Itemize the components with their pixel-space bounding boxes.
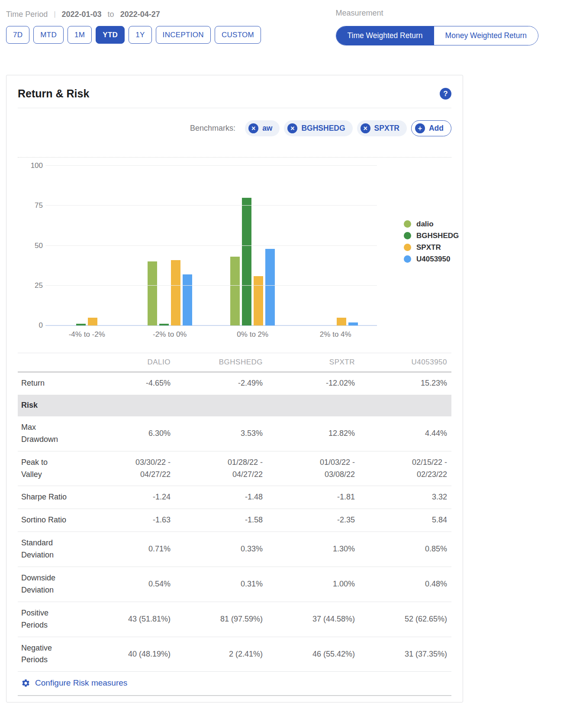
cell-value: 31 (37.35%) [359, 648, 451, 660]
legend-item-bghshedg[interactable]: BGHSHEDG [404, 232, 451, 240]
gridline-100 [45, 165, 377, 166]
legend-label-bghshedg: BGHSHEDG [416, 232, 459, 240]
add-benchmark-button[interactable]: + Add [411, 120, 451, 136]
period-button-1m[interactable]: 1M [68, 26, 92, 44]
toggle-time-weighted-return[interactable]: Time Weighted Return [336, 26, 434, 45]
help-icon[interactable]: ? [440, 88, 451, 100]
legend-item-u4053950[interactable]: U4053950 [404, 255, 451, 264]
cell-value: -1.58 [175, 514, 267, 526]
top-bar: Time Period | 2022-01-03 to 2022-04-27 7… [0, 0, 586, 45]
cell-value: -12.02% [267, 377, 359, 390]
period-button-ytd[interactable]: YTD [96, 26, 125, 44]
add-benchmark-label: Add [429, 124, 444, 133]
cell-value: 6.30% [83, 428, 175, 440]
bar-u4053950-3[interactable] [348, 322, 358, 325]
end-date: 2022-04-27 [120, 10, 160, 19]
cell-value: 81 (97.59%) [175, 613, 267, 625]
bar-bghshedg-2[interactable] [242, 198, 251, 325]
row-label: Return [18, 377, 83, 390]
configure-risk-row: Configure Risk measures [18, 671, 451, 696]
bar-group-2 [211, 198, 294, 325]
row-label: Positive Periods [18, 607, 83, 631]
panel-title: Return & Risk [18, 87, 89, 100]
cell-value: -1.24 [83, 491, 175, 503]
cell-value: 12.82% [267, 428, 359, 440]
bar-u4053950-2[interactable] [265, 249, 275, 325]
bar-bghshedg-1[interactable] [159, 324, 169, 325]
x-axis-labels: -4% to -2%-2% to 0%0% to 2%2% to 4% [45, 330, 377, 339]
y-axis-label-75: 75 [35, 201, 43, 210]
bar-spxtr-2[interactable] [254, 276, 263, 325]
benchmark-chip-aw[interactable]: × aw [245, 120, 280, 136]
cell-value: 15.23% [359, 377, 451, 390]
time-period-buttons: 7D MTD 1M YTD 1Y INCEPTION CUSTOM [6, 26, 261, 44]
cell-value: 46 (55.42%) [267, 648, 359, 660]
cell-value: 3.32 [359, 491, 451, 503]
cell-value: 01/28/22 - 04/27/22 [175, 457, 267, 481]
risk-section-header: Risk [18, 395, 451, 416]
y-axis: 0255075100 [18, 158, 45, 325]
remove-benchmark-icon[interactable]: × [287, 123, 297, 133]
bar-u4053950-1[interactable] [183, 274, 192, 325]
y-axis-label-0: 0 [39, 321, 43, 330]
legend-dot-u4053950 [404, 255, 411, 263]
legend-dot-bghshedg [404, 232, 411, 239]
period-button-mtd[interactable]: MTD [33, 26, 64, 44]
table-row-max-drawdown: Max Drawdown 6.30% 3.53% 12.82% 4.44% [18, 416, 451, 451]
legend-dot-dalio [404, 220, 411, 228]
cell-value: 02/15/22 - 02/23/22 [359, 457, 451, 481]
legend-item-spxtr[interactable]: SPXTR [404, 243, 451, 252]
remove-benchmark-icon[interactable]: × [361, 123, 370, 133]
benchmark-chip-bghshedg[interactable]: × BGHSHEDG [284, 120, 352, 136]
bar-group-1 [129, 198, 212, 325]
benchmarks-row: Benchmarks: × aw × BGHSHEDG × SPXTR + Ad… [18, 120, 451, 136]
remove-benchmark-icon[interactable]: × [248, 123, 258, 133]
gridline-25 [45, 285, 377, 286]
y-axis-label-100: 100 [31, 161, 43, 170]
legend-dot-spxtr [404, 244, 411, 251]
return-risk-panel: Return & Risk ? Benchmarks: × aw × BGHSH… [6, 75, 463, 702]
legend-item-dalio[interactable]: dalio [404, 220, 451, 229]
row-label: Peak to Valley [18, 457, 83, 481]
cell-value: -4.65% [83, 377, 175, 390]
legend-label-spxtr: SPXTR [416, 243, 441, 252]
bar-spxtr-0[interactable] [88, 318, 97, 325]
bar-bghshedg-0[interactable] [76, 324, 86, 325]
return-risk-table: DALIO BGHSHEDG SPXTR U4053950 Return -4.… [18, 353, 451, 696]
cell-value: 0.31% [175, 578, 267, 590]
cell-value: 0.85% [359, 543, 451, 555]
x-axis-label-2: 0% to 2% [211, 330, 294, 339]
x-axis-label-3: 2% to 4% [294, 330, 377, 339]
bar-dalio-2[interactable] [230, 257, 240, 325]
column-header-u4053950: U4053950 [359, 357, 451, 368]
configure-risk-measures-link[interactable]: Configure Risk measures [35, 678, 127, 688]
row-label: Sharpe Ratio [18, 491, 83, 503]
period-button-custom[interactable]: CUSTOM [215, 26, 261, 44]
benchmark-chip-label: BGHSHEDG [301, 124, 345, 133]
row-label: Standard Deviation [18, 537, 83, 561]
to-word: to [108, 10, 114, 19]
legend-label-dalio: dalio [416, 220, 434, 229]
bar-group-3 [294, 198, 377, 325]
toggle-money-weighted-return[interactable]: Money Weighted Return [434, 26, 538, 45]
bar-spxtr-3[interactable] [337, 318, 346, 325]
benchmark-chip-spxtr[interactable]: × SPXTR [357, 120, 407, 136]
chart-legend: dalioBGHSHEDGSPXTRU4053950 [377, 158, 451, 325]
bar-spxtr-1[interactable] [171, 260, 180, 325]
table-row-sharpe-ratio: Sharpe Ratio -1.24 -1.48 -1.81 3.32 [18, 486, 451, 509]
benchmarks-label: Benchmarks: [190, 124, 235, 133]
cell-value: -1.63 [83, 514, 175, 526]
period-button-inception[interactable]: INCEPTION [156, 26, 211, 44]
legend-label-u4053950: U4053950 [416, 255, 450, 264]
measurement-label: Measurement [336, 9, 539, 20]
x-axis-label-1: -2% to 0% [129, 330, 212, 339]
header-divider [18, 108, 451, 108]
period-button-7d[interactable]: 7D [6, 26, 29, 44]
cell-value: 37 (44.58%) [267, 613, 359, 625]
gridline-50 [45, 245, 377, 246]
plot-wrap: -4% to -2%-2% to 0%0% to 2%2% to 4% [45, 158, 377, 339]
cell-value: 52 (62.65%) [359, 613, 451, 625]
bar-dalio-1[interactable] [148, 261, 157, 325]
period-button-1y[interactable]: 1Y [129, 26, 151, 44]
table-row-return: Return -4.65% -2.49% -12.02% 15.23% [18, 372, 451, 395]
